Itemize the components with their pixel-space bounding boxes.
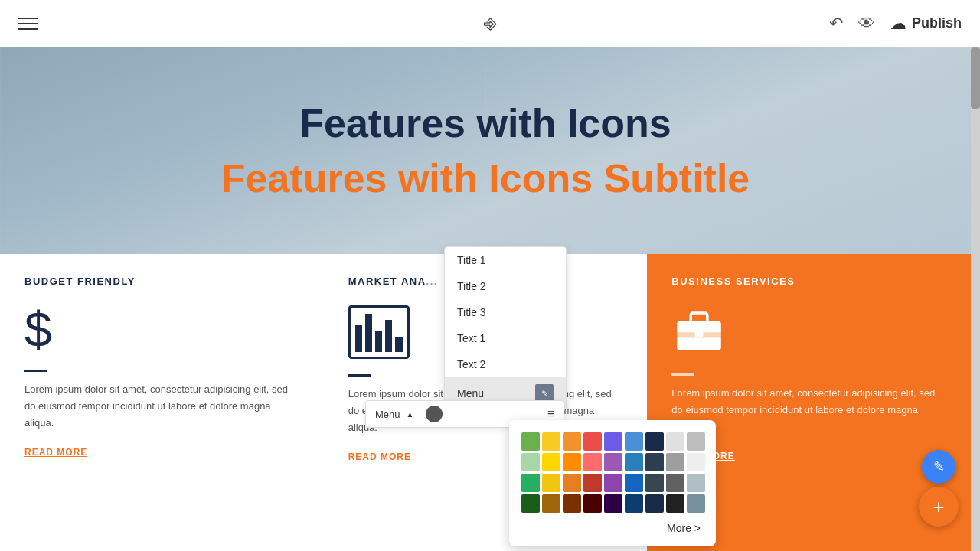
dropdown-item-title1[interactable]: Title 1 (445, 247, 566, 273)
color-swatch[interactable] (563, 494, 581, 513)
bar3 (375, 331, 382, 352)
hero-section: Features with Icons Features with Icons … (0, 47, 971, 254)
card-business-icon (671, 305, 946, 358)
scrollbar-track[interactable] (971, 47, 980, 551)
publish-label: Publish (912, 15, 962, 31)
color-swatch[interactable] (521, 453, 540, 471)
hero-title: Features with Icons (221, 100, 750, 146)
card-budget-text: Lorem ipsum dolor sit amet, consectetur … (24, 381, 299, 432)
scrollbar-thumb[interactable] (971, 47, 980, 109)
bar-chart-icon (348, 305, 410, 359)
hamburger-icon[interactable] (18, 18, 38, 30)
fab-edit-button[interactable]: ✎ (922, 450, 956, 484)
card-divider (24, 370, 47, 372)
svg-rect-1 (691, 313, 708, 323)
dropdown-item-title2[interactable]: Title 2 (445, 273, 566, 299)
svg-rect-3 (695, 331, 704, 337)
dropdown-item-text2[interactable]: Text 2 (445, 351, 566, 377)
color-swatch[interactable] (645, 474, 664, 492)
preview-icon[interactable]: 👁 (858, 14, 875, 34)
color-swatch[interactable] (521, 474, 540, 492)
card-budget-icon: $ (24, 305, 299, 354)
color-swatch[interactable] (583, 432, 602, 451)
dropdown-label-menu: Menu (457, 387, 484, 399)
color-swatch[interactable] (666, 432, 684, 451)
color-swatch[interactable] (666, 494, 684, 513)
color-swatch[interactable] (563, 474, 581, 492)
hero-subtitle: Features with Icons Subtitle (221, 155, 750, 201)
dropdown-label-title3: Title 3 (457, 306, 486, 318)
color-swatch[interactable] (563, 432, 581, 451)
bar5 (395, 337, 402, 352)
hero-content: Features with Icons Features with Icons … (221, 100, 750, 201)
color-swatch[interactable] (563, 453, 581, 471)
color-swatch[interactable] (583, 494, 602, 513)
color-swatch[interactable] (645, 432, 664, 451)
dropdown-menu: Title 1 Title 2 Title 3 Text 1 Text 2 Me… (444, 246, 567, 410)
menu-bar-lines-icon: ≡ (547, 407, 554, 421)
dropdown-label-title2: Title 2 (457, 280, 486, 292)
bar2 (365, 314, 372, 352)
fab-add-button[interactable]: + (919, 487, 959, 527)
publish-button[interactable]: ☁ Publish (890, 15, 962, 33)
main-content: Features with Icons Features with Icons … (0, 47, 971, 551)
bar1 (355, 325, 362, 352)
color-swatch[interactable] (542, 453, 560, 471)
color-swatch[interactable] (645, 494, 664, 513)
topbar-right: ↶ 👁 ☁ Publish (829, 14, 962, 34)
mobile-device-icon: ⎆ (484, 11, 497, 35)
color-swatch[interactable] (604, 432, 622, 451)
color-swatch[interactable] (521, 494, 540, 513)
menu-bar-label: Menu (375, 409, 400, 420)
color-swatch[interactable] (604, 474, 622, 492)
color-swatch[interactable] (604, 453, 622, 471)
color-swatch[interactable] (645, 453, 664, 471)
color-swatch[interactable] (542, 432, 560, 451)
color-swatch[interactable] (521, 432, 540, 451)
color-swatch[interactable] (604, 494, 622, 513)
more-colors-button[interactable]: More > (521, 522, 704, 534)
color-swatch[interactable] (687, 432, 705, 451)
color-swatch[interactable] (625, 474, 643, 492)
color-swatch[interactable] (625, 453, 643, 471)
menu-bar-arrow-icon: ▲ (407, 410, 414, 419)
undo-icon[interactable]: ↶ (829, 14, 843, 34)
color-picker: More > (509, 420, 716, 546)
color-swatch[interactable] (542, 494, 560, 513)
color-grid (521, 432, 704, 513)
color-swatch[interactable] (625, 494, 643, 513)
color-swatch[interactable] (542, 474, 560, 492)
card-divider-2 (348, 374, 371, 377)
color-swatch[interactable] (583, 453, 602, 471)
card-business-title: BUSINESS SERVICES (671, 276, 946, 287)
dropdown-label-title1: Title 1 (457, 254, 486, 266)
dropdown-item-title3[interactable]: Title 3 (445, 299, 566, 325)
color-swatch[interactable] (687, 453, 705, 471)
card-divider-3 (671, 373, 694, 376)
menu-bar-circle (426, 406, 443, 422)
dropdown-item-text1[interactable]: Text 1 (445, 325, 566, 351)
color-swatch[interactable] (583, 474, 602, 492)
cloud-upload-icon: ☁ (890, 15, 906, 33)
topbar-left (18, 18, 38, 30)
read-more-budget[interactable]: READ MORE (24, 447, 299, 458)
color-swatch[interactable] (666, 453, 684, 471)
color-swatch[interactable] (666, 474, 684, 492)
dropdown-label-text1: Text 1 (457, 332, 485, 344)
color-swatch[interactable] (625, 432, 643, 451)
briefcase-icon (671, 305, 727, 355)
dropdown-label-text2: Text 2 (457, 358, 485, 370)
bar4 (385, 320, 392, 352)
card-budget-friendly: BUDGET FRIENDLY $ Lorem ipsum dolor sit … (0, 254, 324, 551)
topbar-center: ⎆ (484, 11, 497, 36)
color-swatch[interactable] (687, 474, 705, 492)
dollar-icon: $ (24, 302, 52, 357)
color-swatch[interactable] (687, 494, 705, 513)
card-budget-title: BUDGET FRIENDLY (24, 276, 299, 287)
topbar: ⎆ ↶ 👁 ☁ Publish (0, 0, 980, 47)
